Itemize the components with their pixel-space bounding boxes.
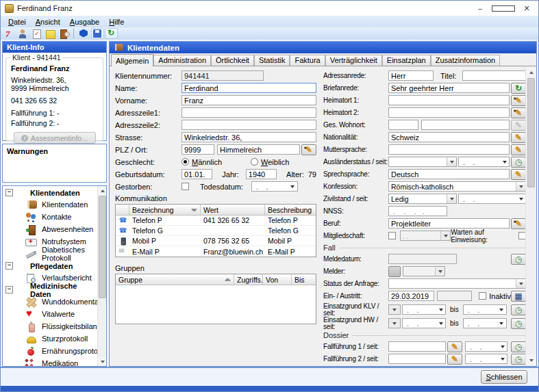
ort-field[interactable] [217,144,300,155]
kommunikation-row[interactable]: Telefon G Telefon G [116,226,316,236]
jahr-field[interactable] [246,169,277,179]
scrollbar-thumb[interactable] [99,196,106,298]
heimatort1-field[interactable] [388,95,510,105]
report-7-button[interactable] [3,28,16,39]
ort-lookup-button[interactable] [301,144,316,155]
menu-item[interactable]: Ausgabe [65,17,104,27]
tab[interactable]: Faktura [290,55,325,66]
komm-col-bezeichnung[interactable]: Bezeichnung [129,205,201,215]
menu-item[interactable]: Datei [3,17,31,27]
einsatzgrund-klv-combobox[interactable] [388,304,401,315]
strasse-field[interactable] [181,132,316,142]
shape-blue-button[interactable] [77,28,90,39]
save-button[interactable] [91,28,104,39]
heimatort2-lookup-button[interactable] [511,107,526,118]
tab[interactable]: Zusatzinformation [431,55,500,66]
gruppen-col-gruppe[interactable]: Gruppe [116,274,234,285]
hw-bis-dropdown[interactable]: . . [463,318,507,328]
tab[interactable]: Einsatzplan [382,55,431,66]
tab[interactable]: Administration [153,55,211,66]
meldedatum-history-button[interactable] [511,254,526,265]
briefanrede-refresh-button[interactable] [511,83,526,94]
menu-item[interactable]: Ansicht [31,17,65,27]
klv-seit-dropdown[interactable]: . . [402,304,446,315]
komm-col-wert[interactable]: Wert [201,205,265,215]
scroll-up-icon[interactable] [98,186,107,195]
tree-item[interactable]: Wunddokumentation [3,296,97,308]
tree-item[interactable]: Abwesenheiten [3,223,97,235]
name-field[interactable] [181,83,316,93]
fallfuehrung2-field[interactable] [388,354,446,364]
konfession-combobox[interactable]: Römisch-katholisch [388,181,526,192]
person-button[interactable] [16,28,29,39]
maennlich-radio[interactable] [181,158,189,166]
content-scrollbar[interactable] [525,67,536,365]
auslaenderstatus-combobox[interactable] [388,157,457,167]
tree-item[interactable]: Klientendaten [3,198,97,211]
fallfuehrung2-history-button[interactable] [511,354,526,365]
klv-history-button[interactable] [511,304,526,315]
heimatort1-lookup-button[interactable] [511,95,526,106]
checklist-button[interactable] [30,28,43,39]
tree-item[interactable]: Sturzprotokoll [3,332,97,345]
kommunikation-row[interactable]: Telefon P 041 326 65 32 Telefon P [116,215,316,226]
melder-button[interactable] [388,266,401,277]
scroll-down-icon[interactable] [526,355,536,365]
melder-dropdown[interactable] [403,266,445,276]
gruppen-col-von[interactable]: Von [263,274,292,285]
geburtsdatum-field[interactable] [181,169,212,179]
status-anfrage-combobox[interactable] [388,278,526,289]
fallfuehrung2-edit-button[interactable] [447,354,462,365]
tab[interactable]: Allgemein [111,54,153,66]
close-button[interactable]: ✕ [515,1,538,16]
sprechsprache-field[interactable] [388,169,510,179]
zivilstand-combobox[interactable]: Ledig [388,194,457,204]
gruppen-table-body[interactable] [116,285,316,324]
mitgliedschaft-checkbox[interactable] [388,232,396,239]
tree-item[interactable]: Flüssigkeitsbilanz [3,320,97,332]
tab[interactable]: Verträglichkeit [325,55,382,66]
auslaenderstatus-history-button[interactable] [511,157,526,168]
scroll-down-icon[interactable] [98,357,107,366]
ges-wohnort-ort-field[interactable] [421,120,510,130]
tree-item[interactable]: Kontakte [3,211,97,223]
hw-history-button[interactable] [511,318,526,329]
ein-austritt-calendar-button[interactable] [511,291,526,302]
tree-item[interactable]: Diabetisches Protokoll [3,248,97,260]
plz-field[interactable] [181,144,214,155]
sprechsprache-edit-button[interactable] [511,169,526,180]
eintritt-field[interactable] [388,291,434,301]
adresszeile2-field[interactable] [181,120,316,130]
adresszeile1-field[interactable] [181,107,316,118]
briefanrede-field[interactable] [388,83,510,93]
tree-item[interactable]: Klientendaten [3,187,97,198]
heimatort2-field[interactable] [388,107,510,118]
nnss-field[interactable] [388,206,447,216]
maximize-button[interactable] [492,1,515,16]
schliessen-button[interactable]: Schliessen [481,370,527,384]
scroll-up-icon[interactable] [526,67,536,77]
kommunikation-row[interactable]: Mobil P 078 756 32 65 Mobil P [116,236,316,246]
fallfuehrung1-edit-button[interactable] [447,341,462,352]
komm-icon-column[interactable] [116,205,129,215]
komm-col-beschreibung[interactable]: Beschreibung [265,205,316,215]
adressanrede-field[interactable] [388,70,434,81]
inaktiv-checkbox[interactable] [479,292,486,300]
tree-item[interactable]: Medikation [3,357,97,366]
muttersprache-edit-button[interactable] [511,144,526,155]
gruppen-col-bis[interactable]: Bis [292,274,316,285]
hw-seit-dropdown[interactable]: . . [402,318,446,328]
assessmentinfo-button[interactable]: Assessmentinfo... [14,132,96,144]
gruppen-col-zugriffs[interactable]: Zugriffs... [234,274,263,285]
einsatzgrund-hw-combobox[interactable] [388,318,401,328]
note-button[interactable] [44,28,57,39]
fallfuehrung1-seit-dropdown[interactable]: . . [465,341,507,352]
nationalitaet-field[interactable] [388,132,510,142]
ges-wohnort-plz-field[interactable] [388,120,418,130]
tree-item[interactable]: Vitalwerte [3,308,97,320]
tree-scrollbar[interactable] [97,186,106,366]
zivilstand-seit-dropdown[interactable]: . . [458,194,526,204]
fallfuehrung1-history-button[interactable] [511,341,526,352]
gestorben-checkbox[interactable] [181,183,189,190]
auslaenderstatus-seit-dropdown[interactable]: . . [458,157,510,167]
